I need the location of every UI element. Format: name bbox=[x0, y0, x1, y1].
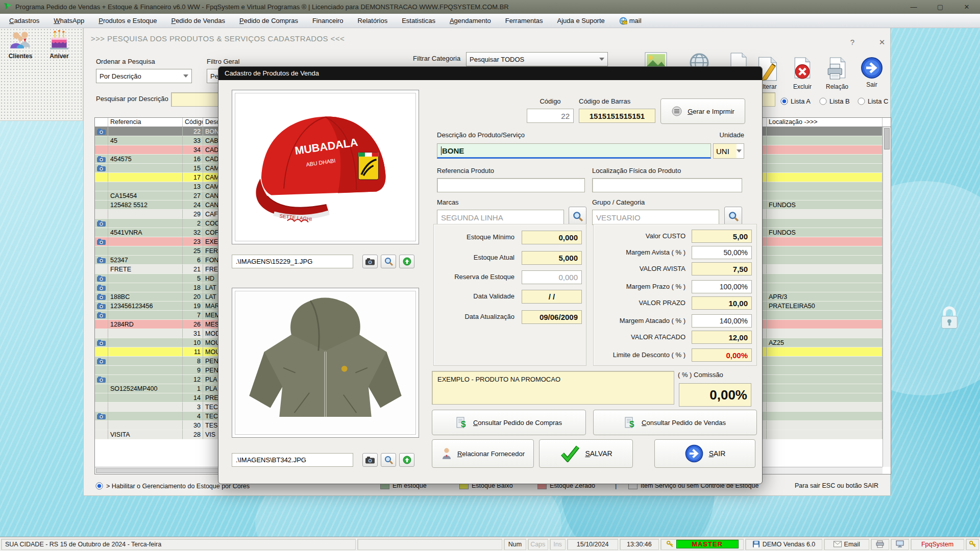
panel-close-button[interactable]: ✕ bbox=[875, 36, 889, 48]
minimize-button[interactable]: — bbox=[900, 0, 927, 14]
camera-icon bbox=[97, 358, 106, 364]
status-empty[interactable] bbox=[357, 539, 502, 550]
status-num[interactable]: Num bbox=[504, 539, 526, 550]
row-camera-cell bbox=[95, 145, 108, 155]
codigo-field[interactable]: 22 bbox=[527, 109, 574, 123]
grupo-categoria-field[interactable]: VESTUARIO bbox=[592, 210, 719, 225]
consultar-compras-button[interactable]: $ Consultar Pedido de Compras bbox=[432, 410, 586, 435]
menu-item-estatisticas[interactable]: Estatisticas bbox=[395, 14, 443, 28]
image1-zoom-button[interactable] bbox=[381, 255, 396, 268]
status-location[interactable]: SUA CIDADE - RS 15 de Outubro de 2024 - … bbox=[1, 539, 356, 550]
row-localizacao-cell bbox=[767, 393, 883, 403]
menu-item-agendamento[interactable]: Agendamento bbox=[443, 14, 498, 28]
menu-item-pedido-de-vendas[interactable]: Pedido de Vendas bbox=[164, 14, 232, 28]
localizacao-fisica-field[interactable] bbox=[592, 178, 742, 192]
vertical-scrollbar[interactable] bbox=[883, 127, 891, 467]
valor-custo-field[interactable]: 5,00 bbox=[692, 230, 752, 243]
codigo-barras-field[interactable]: 1515151515151 bbox=[579, 109, 655, 123]
image2-zoom-button[interactable] bbox=[381, 453, 396, 467]
close-button[interactable]: ✕ bbox=[953, 0, 980, 14]
status-email[interactable]: Email bbox=[824, 539, 869, 550]
status-caps[interactable]: Caps bbox=[528, 539, 548, 550]
clientes-button[interactable]: Clientes bbox=[2, 30, 39, 69]
margem-atacado--field[interactable]: 140,00% bbox=[692, 314, 752, 328]
image1-path-field[interactable]: .\IMAGENS\15229_1.JPG bbox=[232, 255, 353, 268]
valor-avista-field[interactable]: 7,50 bbox=[692, 262, 752, 276]
limite-de-desconto--field[interactable]: 0,00% bbox=[692, 348, 752, 362]
marcas-search-button[interactable] bbox=[569, 207, 586, 226]
image2-capture-button[interactable] bbox=[362, 453, 378, 467]
estoque-atual-field[interactable]: 5,000 bbox=[522, 251, 582, 265]
radio-lista-a[interactable]: Lista A bbox=[780, 97, 811, 105]
consultar-vendas-button[interactable]: $ Consultar Pedido de Vendas bbox=[593, 410, 757, 435]
green-up-arrow-icon bbox=[403, 257, 411, 266]
status-brand[interactable]: FpqSystem bbox=[911, 539, 964, 550]
help-button[interactable]: ? bbox=[846, 36, 859, 48]
data-validade-field[interactable]: / / bbox=[522, 290, 582, 304]
status-date[interactable]: 15/10/2024 bbox=[567, 539, 618, 550]
image2-upload-button[interactable] bbox=[399, 453, 414, 467]
reserva-de-estoque-field[interactable]: 0,000 bbox=[522, 270, 582, 284]
status-ins[interactable]: Ins bbox=[550, 539, 566, 550]
status-master[interactable]: MASTER bbox=[660, 539, 744, 550]
menu-item-whatsapp[interactable]: WhatsApp bbox=[46, 14, 91, 28]
marcas-field[interactable]: SEGUNDA LINHA bbox=[437, 210, 564, 225]
status-key[interactable] bbox=[966, 539, 979, 550]
referencia-produto-field[interactable] bbox=[437, 178, 585, 192]
radio-lista-c[interactable]: Lista C bbox=[857, 97, 888, 105]
camera-icon bbox=[97, 285, 106, 291]
filtrar-categoria-select[interactable]: Pesquisar TODOS bbox=[466, 52, 608, 66]
valores-groupbox: Valor CUSTO5,00Margem Avista ( % )50,00%… bbox=[593, 224, 757, 366]
status-time[interactable]: 13:30:46 bbox=[620, 539, 659, 550]
unidade-select[interactable]: UNI bbox=[713, 143, 744, 159]
comissao-field[interactable]: 0,00% bbox=[679, 383, 751, 407]
menu-item-mail[interactable]: mail bbox=[612, 14, 649, 28]
aniver-button[interactable]: Aniver bbox=[41, 30, 78, 69]
image1-upload-button[interactable] bbox=[399, 255, 414, 268]
menu-item-pedido-de-compras[interactable]: Pedido de Compras bbox=[232, 14, 305, 28]
key-icon bbox=[666, 540, 674, 548]
data-atualiza-o-field[interactable]: 09/06/2009 bbox=[522, 310, 582, 324]
image2-path-field[interactable]: .\IMAGENS\BT342.JPG bbox=[232, 453, 353, 467]
valor-prazo-field[interactable]: 10,00 bbox=[692, 296, 752, 310]
menu-item-financeiro[interactable]: Financeiro bbox=[305, 14, 351, 28]
row-codigo-cell: 4 bbox=[183, 412, 203, 421]
menu-item-cadastros[interactable]: Cadastros bbox=[2, 14, 46, 28]
valor-custo-label: Valor CUSTO bbox=[598, 232, 685, 240]
menu-item-ferramentas[interactable]: Ferramentas bbox=[498, 14, 550, 28]
menu-item-relat-rios[interactable]: Relatórios bbox=[351, 14, 395, 28]
limite-de-desconto--label: Limite de Desconto ( % ) bbox=[598, 351, 685, 359]
promo-box[interactable]: EXEMPLO - PRODUTO NA PROMOCAO bbox=[432, 371, 674, 405]
relacionar-fornecedor-button[interactable]: Relacionar Fornecedor bbox=[432, 439, 534, 468]
status-system[interactable]: DEMO Vendas 6.0 bbox=[745, 539, 822, 550]
menu-item-ajuda-e-suporte[interactable]: Ajuda e Suporte bbox=[550, 14, 612, 28]
modal-title-bar[interactable]: Cadastro de Produtos de Venda bbox=[218, 67, 762, 80]
sair-button[interactable]: Sair bbox=[856, 56, 888, 88]
grupo-search-button[interactable] bbox=[724, 207, 742, 226]
excluir-button[interactable]: Excluir bbox=[787, 56, 818, 90]
delete-icon bbox=[792, 56, 813, 82]
menu-item-produtos-e-estoque[interactable]: Produtos e Estoque bbox=[91, 14, 164, 28]
row-codigo-cell: 2 bbox=[183, 219, 203, 228]
gerar-imprimir-button[interactable]: Gerar e Imprmir bbox=[660, 98, 745, 124]
ordenar-label: Ordenar a Pesquisa bbox=[96, 58, 155, 65]
valor-atacado-field[interactable]: 12,00 bbox=[692, 331, 752, 344]
margem-prazo--field[interactable]: 100,00% bbox=[692, 280, 752, 293]
salvar-button[interactable]: SALVAR bbox=[539, 439, 633, 468]
sair-label: Sair bbox=[866, 81, 877, 88]
descricao-label: Descrição do Produto/Serviço bbox=[437, 131, 525, 139]
maximize-button[interactable]: ▢ bbox=[927, 0, 953, 14]
chevron-down-icon bbox=[737, 149, 742, 153]
radio-lista-b[interactable]: Lista B bbox=[819, 97, 850, 105]
status-printer[interactable] bbox=[871, 539, 889, 550]
ordenar-select[interactable]: Por Descrição bbox=[96, 69, 192, 83]
margem-avista--field[interactable]: 50,00% bbox=[692, 246, 752, 259]
estoque-m-nimo-field[interactable]: 0,000 bbox=[522, 231, 582, 244]
relacao-button[interactable]: Relação bbox=[819, 56, 855, 90]
status-network[interactable] bbox=[891, 539, 909, 550]
descricao-field[interactable]: BONE bbox=[437, 143, 711, 159]
image1-capture-button[interactable] bbox=[362, 255, 378, 268]
modal-sair-button[interactable]: SAIR bbox=[654, 439, 755, 468]
exit-arrow-icon bbox=[860, 56, 884, 80]
row-localizacao-cell bbox=[767, 237, 883, 246]
